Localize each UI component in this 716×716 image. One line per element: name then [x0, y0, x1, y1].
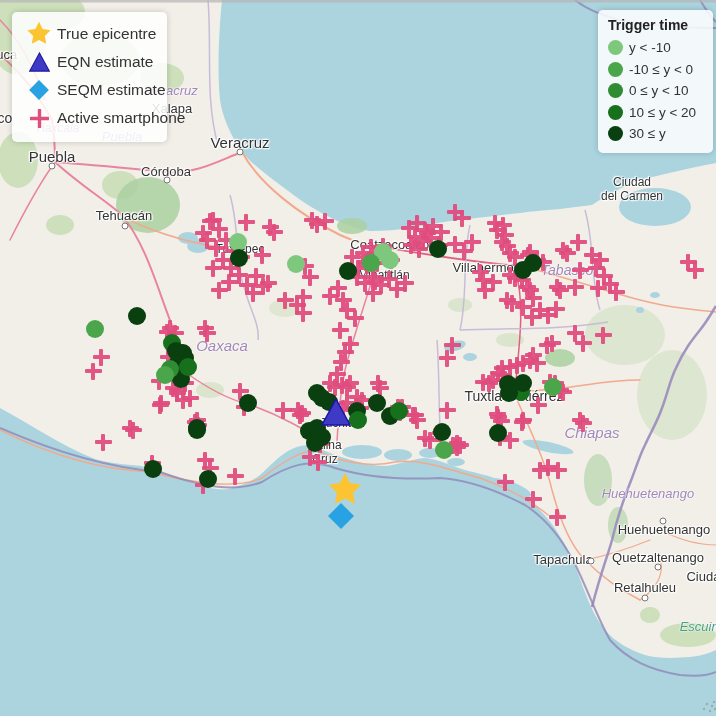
smartphone-cross-marker [525, 491, 542, 508]
smartphone-cross-marker [529, 355, 546, 372]
trigger-time-legend: Trigger time y < -10-10 ≤ y < 00 ≤ y < 1… [598, 10, 713, 153]
smartphone-cross-marker [489, 222, 506, 239]
city-dot [237, 149, 244, 156]
trigger-circle-marker [188, 421, 206, 439]
smartphone-cross-marker [227, 468, 244, 485]
trigger-circle-marker [368, 394, 386, 412]
cross-icon [24, 109, 54, 128]
diamond-icon [328, 503, 354, 529]
city-dot [122, 223, 129, 230]
star-icon [24, 21, 54, 47]
smartphone-cross-marker [310, 454, 327, 471]
smartphone-cross-marker [439, 350, 456, 367]
smartphone-cross-marker [347, 310, 364, 327]
trigger-circle-marker [514, 374, 532, 392]
smartphone-cross-marker [275, 402, 292, 419]
smartphone-cross-marker [277, 292, 294, 309]
trigger-circle-marker [362, 254, 380, 272]
state-label: Huehuetenango [602, 486, 695, 501]
smartphone-cross-marker [524, 309, 541, 326]
smartphone-cross-marker [575, 415, 592, 432]
legend-row-smartphone: Active smartphone [24, 104, 157, 132]
trigger-circle-marker [339, 262, 357, 280]
smartphone-cross-marker [608, 284, 625, 301]
trigger-circle-marker [199, 470, 217, 488]
smartphone-cross-marker [485, 274, 502, 291]
smartphone-cross-marker [549, 509, 566, 526]
trigger-circle-icon [608, 105, 623, 120]
smartphone-cross-marker [211, 282, 228, 299]
city-dot [655, 564, 662, 571]
smartphone-cross-marker [419, 225, 436, 242]
trigger-legend-row: 10 ≤ y < 20 [608, 102, 705, 124]
smartphone-cross-marker [567, 279, 584, 296]
smartphone-cross-marker [452, 437, 469, 454]
trigger-circle-icon [608, 83, 623, 98]
trigger-circle-marker [544, 378, 562, 396]
smartphone-cross-marker [254, 247, 271, 264]
trigger-circle-marker [128, 307, 146, 325]
legend-row-epicentre: True epicentre [24, 20, 157, 48]
smartphone-cross-marker [205, 260, 222, 277]
smartphone-cross-marker [514, 414, 531, 431]
smartphone-cross-marker [532, 462, 549, 479]
smartphone-cross-marker [205, 212, 222, 229]
trigger-circle-marker [156, 366, 174, 384]
triangle-icon [24, 52, 54, 72]
trigger-circle-marker [435, 441, 453, 459]
smartphone-cross-marker [266, 224, 283, 241]
trigger-circle-marker [349, 411, 367, 429]
legend-row-eqn: EQN estimate [24, 48, 157, 76]
smartphone-cross-marker [95, 434, 112, 451]
smartphone-cross-marker [238, 214, 255, 231]
trigger-circle-marker [433, 423, 451, 441]
smartphone-cross-marker [290, 402, 307, 419]
smartphone-cross-marker [497, 474, 514, 491]
trigger-circle-marker [524, 254, 542, 272]
legend-row-seqm: SEQM estimate [24, 76, 157, 104]
trigger-circle-marker [429, 240, 447, 258]
smartphone-cross-marker [544, 335, 561, 352]
smartphone-cross-marker [85, 363, 102, 380]
city-dot [660, 518, 667, 525]
smartphone-cross-marker [575, 335, 592, 352]
smartphone-cross-marker [572, 262, 589, 279]
trigger-circle-marker [287, 255, 305, 273]
trigger-circle-marker [230, 249, 248, 267]
trigger-circle-icon [608, 62, 623, 77]
smartphone-cross-marker [302, 269, 319, 286]
trigger-legend-row: -10 ≤ y < 0 [608, 59, 705, 81]
smartphone-cross-marker [397, 275, 414, 292]
smartphone-cross-marker [464, 234, 481, 251]
city-dot [164, 177, 171, 184]
trigger-circle-marker [144, 460, 162, 478]
smartphone-cross-marker [260, 275, 277, 292]
state-label: Escuintla [680, 619, 716, 634]
legend-label: True epicentre [57, 25, 156, 43]
seqm-estimate-marker [328, 503, 354, 533]
smartphone-cross-marker [489, 406, 506, 423]
trigger-circle-marker [390, 402, 408, 420]
smartphone-cross-marker [530, 397, 547, 414]
trigger-circle-marker [381, 251, 399, 269]
diamond-icon [24, 83, 54, 97]
legend-label: SEQM estimate [57, 81, 166, 99]
smartphone-cross-marker [411, 241, 428, 258]
triangle-icon [321, 398, 351, 426]
trigger-legend-title: Trigger time [608, 17, 705, 33]
smartphone-cross-marker [439, 402, 456, 419]
trigger-legend-row: y < -10 [608, 37, 705, 59]
trigger-circle-marker [86, 320, 104, 338]
trigger-circle-icon [608, 40, 623, 55]
smartphone-cross-marker [317, 213, 334, 230]
trigger-legend-label: y < -10 [629, 40, 671, 55]
trigger-legend-label: -10 ≤ y < 0 [629, 62, 693, 77]
smartphone-cross-marker [152, 397, 169, 414]
trigger-legend-row: 30 ≤ y [608, 123, 705, 145]
smartphone-cross-marker [365, 285, 382, 302]
trigger-legend-label: 30 ≤ y [629, 126, 666, 141]
smartphone-cross-marker [454, 210, 471, 227]
smartphone-cross-marker [592, 252, 609, 269]
map-canvas[interactable]: VeracruzTlaxcalaPueblaOaxacaChiapasTabas… [0, 0, 716, 716]
smartphone-cross-marker [182, 390, 199, 407]
